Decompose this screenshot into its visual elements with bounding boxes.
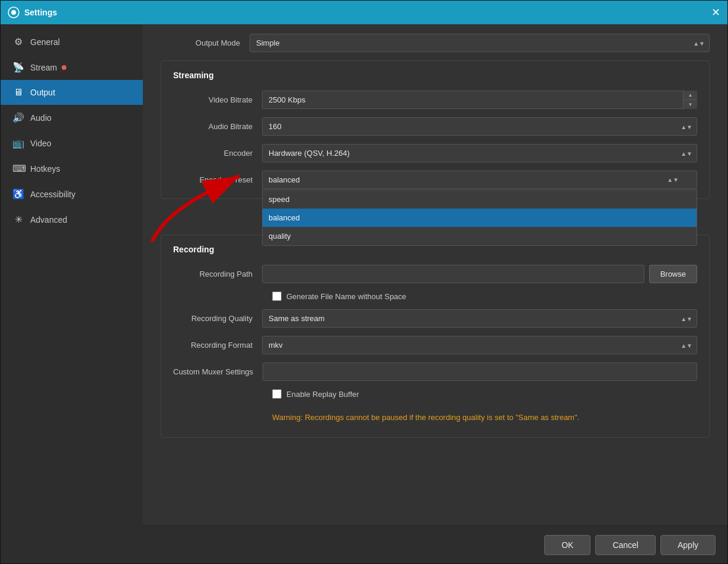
sidebar-item-label: Stream (30, 63, 57, 72)
enable-replay-buffer-checkbox[interactable] (272, 389, 282, 399)
recording-format-label: Recording Format (173, 341, 262, 350)
svg-point-1 (11, 10, 16, 15)
recording-warning: Warning: Recordings cannot be paused if … (173, 407, 697, 428)
sidebar-item-advanced[interactable]: ✳ Advanced (1, 207, 143, 232)
encoder-select-wrapper: Hardware (QSV, H.264) ▲▼ (262, 144, 697, 162)
output-mode-row: Output Mode Simple Advanced ▲▼ (161, 34, 710, 52)
encoder-label: Encoder (173, 149, 262, 158)
output-icon: 🖥 (12, 87, 24, 98)
sidebar-item-label: General (30, 37, 60, 47)
encoder-preset-dropdown-wrapper: balanced ▲▼ speed balanced quality (262, 171, 697, 189)
browse-button[interactable]: Browse (649, 265, 697, 283)
recording-format-select-wrapper: mkv ▲▼ (262, 336, 697, 354)
content-area: ⚙ General 📡 Stream 🖥 Output 🔊 Audio 📺 (1, 24, 727, 563)
sidebar-item-general[interactable]: ⚙ General (1, 29, 143, 55)
generate-filename-row: Generate File Name without Space (173, 291, 697, 301)
audio-bitrate-select[interactable]: 160 (262, 117, 697, 136)
streaming-section-header: Streaming (173, 70, 697, 82)
recording-quality-select-wrapper: Same as stream ▲▼ (262, 309, 697, 328)
video-bitrate-spinbox: ▲ ▼ (262, 91, 697, 109)
sidebar-item-label: Hotkeys (30, 164, 60, 174)
recording-path-label: Recording Path (173, 270, 262, 278)
settings-window: Settings ✕ ⚙ General 📡 Stream 🖥 Output (0, 0, 728, 564)
encoder-preset-value: balanced (269, 175, 300, 184)
cancel-button[interactable]: Cancel (595, 535, 656, 555)
close-button[interactable]: ✕ (711, 7, 720, 18)
sidebar-item-label: Advanced (30, 215, 67, 225)
encoder-preset-option-speed[interactable]: speed (263, 190, 697, 209)
sidebar-item-output[interactable]: 🖥 Output (1, 80, 143, 105)
spinbox-arrows: ▲ ▼ (683, 91, 697, 109)
window-title: Settings (24, 8, 57, 17)
audio-bitrate-select-wrapper: 160 ▲▼ (262, 117, 697, 136)
recording-path-row: Recording Path Browse (173, 265, 697, 283)
recording-quality-select[interactable]: Same as stream (262, 309, 697, 328)
stream-icon: 📡 (12, 62, 24, 73)
titlebar: Settings ✕ (1, 1, 727, 24)
dropdown-arrow-icon: ▲▼ (667, 177, 679, 183)
custom-muxer-input[interactable] (263, 363, 697, 381)
sidebar-item-label: Audio (30, 113, 52, 123)
sidebar-item-hotkeys[interactable]: ⌨ Hotkeys (1, 156, 143, 181)
app-icon (8, 7, 20, 18)
encoder-preset-option-balanced[interactable]: balanced (263, 209, 697, 227)
apply-button[interactable]: Apply (660, 535, 716, 555)
encoder-select[interactable]: Hardware (QSV, H.264) (262, 144, 697, 162)
custom-muxer-label: Custom Muxer Settings (173, 367, 263, 376)
recording-quality-label: Recording Quality (173, 314, 262, 323)
advanced-icon: ✳ (12, 214, 24, 225)
footer: OK Cancel Apply (143, 525, 727, 563)
recording-format-row: Recording Format mkv ▲▼ (173, 336, 697, 354)
recording-format-select[interactable]: mkv (262, 336, 697, 354)
enable-replay-buffer-label: Enable Replay Buffer (286, 390, 359, 399)
video-bitrate-input[interactable] (262, 91, 697, 109)
hotkeys-icon: ⌨ (12, 163, 24, 174)
encoder-preset-option-quality[interactable]: quality (263, 227, 697, 245)
output-mode-select[interactable]: Simple Advanced (250, 34, 710, 52)
generate-filename-label: Generate File Name without Space (286, 292, 406, 301)
generate-filename-checkbox[interactable] (272, 291, 282, 301)
encoder-preset-list: speed balanced quality (262, 190, 697, 246)
settings-content: Output Mode Simple Advanced ▲▼ Streaming (143, 24, 727, 525)
sidebar-item-label: Accessibility (30, 190, 75, 199)
encoder-preset-label: Encoder Preset (173, 175, 262, 184)
encoder-preset-display[interactable]: balanced ▲▼ (262, 171, 697, 189)
sidebar-item-accessibility[interactable]: ♿ Accessibility (1, 181, 143, 207)
recording-quality-row: Recording Quality Same as stream ▲▼ (173, 309, 697, 328)
streaming-section: Streaming Video Bitrate ▲ ▼ (161, 60, 710, 199)
encoder-preset-row: Encoder Preset balanced ▲▼ speed balance… (173, 171, 697, 189)
gear-icon: ⚙ (12, 36, 24, 47)
sidebar-item-video[interactable]: 📺 Video (1, 130, 143, 156)
spin-up-button[interactable]: ▲ (684, 91, 697, 100)
stream-indicator (62, 65, 66, 70)
sidebar-item-stream[interactable]: 📡 Stream (1, 55, 143, 80)
sidebar-item-label: Video (30, 139, 52, 148)
audio-bitrate-label: Audio Bitrate (173, 122, 262, 131)
recording-section: Recording Recording Path Browse Generate… (161, 235, 710, 438)
sidebar-item-label: Output (30, 88, 55, 97)
video-bitrate-label: Video Bitrate (173, 95, 262, 104)
sidebar: ⚙ General 📡 Stream 🖥 Output 🔊 Audio 📺 (1, 24, 143, 563)
video-icon: 📺 (12, 137, 24, 149)
video-bitrate-row: Video Bitrate ▲ ▼ (173, 91, 697, 109)
main-panel: Output Mode Simple Advanced ▲▼ Streaming (143, 24, 727, 563)
recording-section-header: Recording (173, 245, 697, 257)
audio-icon: 🔊 (12, 112, 24, 123)
audio-bitrate-row: Audio Bitrate 160 ▲▼ (173, 117, 697, 136)
recording-path-input[interactable] (262, 265, 644, 283)
enable-replay-buffer-row: Enable Replay Buffer (173, 389, 697, 399)
sidebar-item-audio[interactable]: 🔊 Audio (1, 105, 143, 130)
ok-button[interactable]: OK (544, 535, 590, 555)
titlebar-left: Settings (8, 7, 57, 18)
custom-muxer-row: Custom Muxer Settings (173, 363, 697, 381)
spin-down-button[interactable]: ▼ (684, 100, 697, 109)
output-mode-select-wrapper: Simple Advanced ▲▼ (250, 34, 710, 52)
accessibility-icon: ♿ (12, 188, 24, 200)
encoder-row: Encoder Hardware (QSV, H.264) ▲▼ (173, 144, 697, 162)
output-mode-label: Output Mode (161, 39, 250, 47)
